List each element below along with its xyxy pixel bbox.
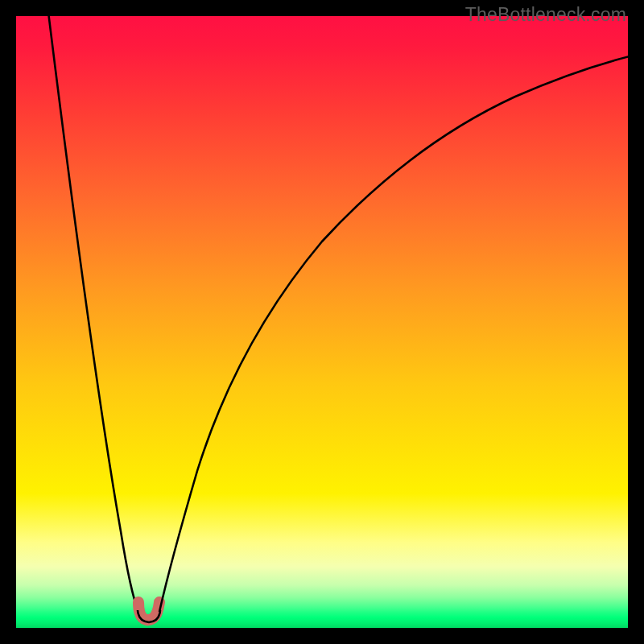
plot-area [16, 16, 628, 628]
curve-right-branch [159, 55, 628, 612]
watermark-text: TheBottleneck.com [465, 4, 626, 26]
chart-svg [16, 16, 628, 628]
chart-frame: TheBottleneck.com [0, 0, 644, 644]
curve-left-branch [48, 16, 138, 612]
optimal-marker [138, 602, 159, 620]
